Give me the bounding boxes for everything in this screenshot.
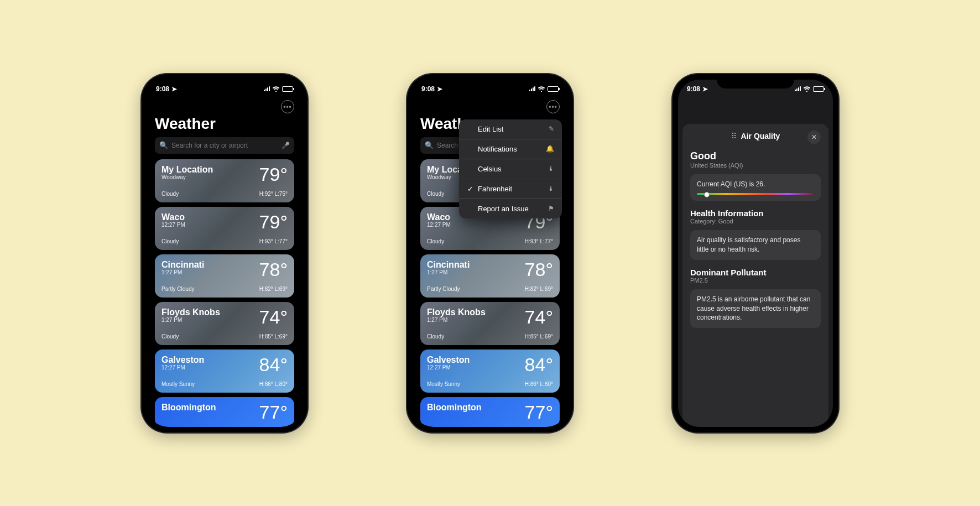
- city-high-low: H:93° L:77°: [259, 238, 288, 244]
- city-temperature: 79°: [259, 165, 288, 184]
- phone-2: 9:08 ➤ ••• Weather 🔍 🎤 My LocationWoodwa…: [407, 74, 573, 432]
- air-quality-sheet: ⠿ Air Quality ✕ Good United States (AQI)…: [682, 124, 828, 427]
- city-name: Waco: [161, 212, 185, 222]
- city-card-galveston[interactable]: Galveston12:27 PM84°Mostly SunnyH:86° L:…: [155, 349, 294, 393]
- city-condition: Partly Cloudy: [427, 286, 460, 292]
- wifi-icon: [538, 86, 545, 92]
- city-card-bloomington[interactable]: Bloomington77°: [155, 397, 294, 427]
- city-card-cincinnati[interactable]: Cincinnati1:27 PM78°Partly CloudyH:82° L…: [420, 254, 560, 298]
- weather-list-screen: 9:08 ➤ ••• Weather 🔍 🎤 My LocationWoodwa…: [147, 80, 302, 427]
- pencil-icon: ✎: [549, 125, 554, 133]
- city-condition: Cloudy: [161, 238, 179, 244]
- more-button[interactable]: •••: [281, 100, 294, 113]
- city-high-low: H:86° L:80°: [259, 381, 288, 387]
- search-input[interactable]: [171, 142, 278, 149]
- city-condition: Cloudy: [427, 333, 444, 340]
- more-button[interactable]: •••: [546, 100, 560, 113]
- city-temperature: 84°: [259, 355, 288, 374]
- city-subtitle: 12:27 PM: [161, 364, 204, 371]
- location-arrow-icon: ➤: [171, 85, 177, 93]
- menu-notifications[interactable]: Notifications 🔔: [459, 139, 562, 159]
- health-body-card: Air quality is satisfactory and poses li…: [690, 230, 821, 260]
- city-subtitle: 1:27 PM: [161, 317, 220, 323]
- city-name: Galveston: [427, 355, 470, 365]
- search-bar[interactable]: 🔍 🎤: [155, 137, 294, 154]
- city-temperature: 79°: [259, 212, 288, 231]
- aq-current-card: Current AQI (US) is 26.: [690, 174, 821, 201]
- city-temperature: 77°: [525, 403, 553, 421]
- city-condition: Mostly Sunny: [161, 381, 195, 387]
- status-time: 9:08: [156, 85, 169, 93]
- city-high-low: H:85° L:69°: [525, 333, 553, 340]
- menu-label: Notifications: [478, 145, 517, 153]
- air-quality-screen: 9:08 ➤ ⠿ Air Quality ✕ Good United State…: [678, 80, 833, 427]
- menu-fahrenheit[interactable]: ✓Fahrenheit 🌡: [459, 179, 562, 199]
- mic-icon[interactable]: 🎤: [282, 142, 290, 149]
- city-subtitle: 1:27 PM: [161, 269, 204, 275]
- phone-3: 9:08 ➤ ⠿ Air Quality ✕ Good United State…: [673, 74, 838, 432]
- city-card-floyds-knobs[interactable]: Floyds Knobs1:27 PM74°CloudyH:85° L:69°: [420, 302, 560, 345]
- city-card-my-location[interactable]: My LocationWoodway79°CloudyH:92° L:75°: [155, 159, 294, 202]
- close-icon: ✕: [811, 133, 817, 141]
- aq-current-text: Current AQI (US) is 26.: [697, 180, 814, 189]
- cellular-icon: [529, 86, 535, 91]
- city-name: Cincinnati: [161, 260, 204, 270]
- city-condition: Partly Cloudy: [161, 286, 194, 292]
- page-title: Weather: [147, 115, 302, 137]
- menu-celsius[interactable]: Celsius 🌡: [459, 159, 562, 179]
- menu-report-issue[interactable]: Report an Issue ⚑: [459, 199, 562, 218]
- menu-label: Celsius: [478, 165, 502, 173]
- search-icon: 🔍: [159, 141, 168, 149]
- thermometer-icon: 🌡: [548, 185, 554, 192]
- city-card-waco[interactable]: Waco12:27 PM79°CloudyH:93° L:77°: [155, 207, 294, 250]
- city-name: Floyds Knobs: [427, 307, 486, 317]
- sheet-title: Air Quality: [741, 132, 780, 140]
- city-card-floyds-knobs[interactable]: Floyds Knobs1:27 PM74°CloudyH:85° L:69°: [155, 302, 294, 345]
- city-condition: Cloudy: [427, 238, 444, 244]
- battery-icon: [282, 86, 293, 92]
- location-arrow-icon: ➤: [437, 85, 442, 93]
- city-temperature: 74°: [525, 307, 553, 326]
- city-name: Bloomington: [427, 403, 482, 413]
- wifi-icon: [803, 86, 811, 92]
- notch: [717, 74, 794, 88]
- city-high-low: H:92° L:75°: [259, 191, 288, 197]
- menu-label: Edit List: [478, 125, 503, 133]
- menu-label: Fahrenheit: [478, 185, 512, 193]
- city-name: My Location: [161, 165, 213, 175]
- pollutant-body-card: PM2.5 is an airborne pollutant that can …: [690, 289, 821, 328]
- city-condition: Mostly Sunny: [427, 381, 460, 387]
- status-time: 9:08: [421, 85, 435, 93]
- city-condition: Cloudy: [161, 333, 179, 340]
- city-card-bloomington[interactable]: Bloomington77°: [420, 397, 560, 427]
- city-list[interactable]: My LocationWoodway79°CloudyH:92° L:75°Wa…: [147, 159, 302, 427]
- city-temperature: 78°: [525, 260, 553, 279]
- city-condition: Cloudy: [161, 191, 179, 197]
- city-high-low: H:85° L:69°: [259, 333, 288, 340]
- health-category: Category: Good: [690, 218, 821, 225]
- weather-list-screen-menu: 9:08 ➤ ••• Weather 🔍 🎤 My LocationWoodwa…: [413, 80, 567, 427]
- pollutant-heading: Dominant Pollutant: [690, 268, 821, 277]
- pollutant-sub: PM2.5: [690, 277, 821, 284]
- city-subtitle: 12:27 PM: [427, 222, 451, 228]
- search-icon: 🔍: [425, 141, 434, 149]
- feedback-icon: ⚑: [548, 205, 554, 212]
- city-card-cincinnati[interactable]: Cincinnati1:27 PM78°Partly CloudyH:82° L…: [155, 254, 294, 298]
- city-subtitle: 12:27 PM: [427, 364, 470, 371]
- close-button[interactable]: ✕: [807, 131, 821, 144]
- city-subtitle: 1:27 PM: [427, 317, 486, 323]
- city-name: Bloomington: [161, 403, 216, 413]
- city-temperature: 84°: [525, 355, 553, 374]
- battery-icon: [813, 86, 824, 92]
- wifi-icon: [272, 86, 280, 92]
- city-high-low: H:82° L:69°: [259, 286, 288, 292]
- city-card-galveston[interactable]: Galveston12:27 PM84°Mostly SunnyH:86° L:…: [420, 349, 560, 393]
- air-quality-icon: ⠿: [731, 132, 737, 140]
- city-name: Galveston: [161, 355, 204, 365]
- cellular-icon: [795, 86, 801, 91]
- menu-edit-list[interactable]: Edit List ✎: [459, 119, 562, 139]
- city-high-low: H:82° L:69°: [525, 286, 553, 292]
- aqi-gradient-bar: [697, 193, 814, 195]
- city-name: Floyds Knobs: [161, 307, 220, 317]
- notch: [186, 74, 263, 88]
